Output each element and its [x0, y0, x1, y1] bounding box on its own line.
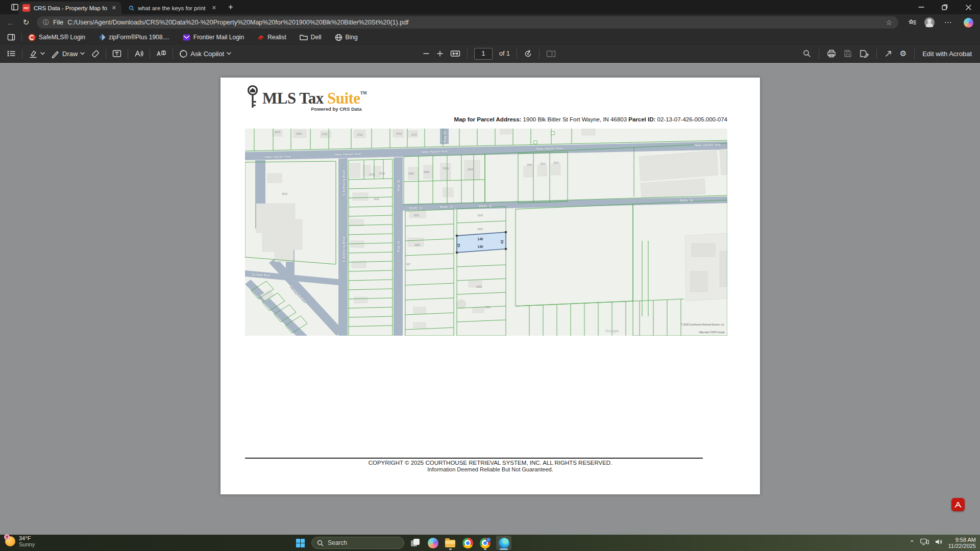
street-label: Bitler St [479, 204, 492, 208]
bookmark-folder-dell[interactable]: Dell [300, 34, 322, 41]
chevron-down-icon [227, 52, 231, 55]
page-view-icon[interactable] [546, 49, 556, 58]
settings-gear-icon[interactable]: ⚙ [900, 49, 906, 58]
add-text-icon[interactable] [112, 49, 121, 58]
copilot-icon[interactable] [962, 16, 975, 29]
close-tab-icon[interactable]: ✕ [211, 5, 217, 11]
page-number-input[interactable]: 1 [474, 48, 493, 60]
parcel-number-label: 2606 [424, 170, 429, 173]
notification-badge: 5 [4, 534, 10, 540]
pdf-viewer-canvas: MLS Tax SuiteTM Powered by CRS Data Map … [0, 63, 980, 535]
tray-chevron-up-icon[interactable]: ⌃ [910, 539, 915, 546]
bookmark-safemls[interactable]: SafeMLS® Login [28, 34, 85, 41]
edit-with-acrobat-button[interactable]: Edit with Acrobat [922, 50, 972, 58]
edge-button-active[interactable] [496, 536, 511, 550]
address-input[interactable]: ⓘ File C:/Users/Agent/Downloads/CRS%20Da… [37, 16, 898, 29]
sun-icon: 5 [5, 536, 15, 546]
back-icon[interactable]: ← [4, 16, 17, 29]
translate-icon[interactable] [156, 49, 166, 58]
map-marker [551, 132, 554, 135]
parcel-number-label: 2711 [357, 133, 363, 136]
parcel-dim-right: 42 [500, 240, 504, 244]
tray-volume-icon[interactable] [935, 538, 943, 547]
print-icon[interactable] [827, 49, 836, 58]
tray-device-icon[interactable] [920, 538, 929, 547]
street-label: New Haven Ave [536, 146, 562, 151]
acrobat-floating-button[interactable] [951, 498, 965, 511]
bookmark-bing[interactable]: Bing [335, 34, 358, 41]
street-label: S Anthony Blvd [342, 237, 346, 262]
restore-button[interactable] [933, 0, 957, 14]
search-icon [317, 540, 324, 546]
close-tab-icon[interactable]: ✕ [111, 5, 117, 11]
street-label: New Haven Ave [334, 152, 361, 156]
copilot-app-button[interactable] [427, 536, 439, 550]
start-button[interactable] [294, 536, 306, 550]
weather-widget[interactable]: 5 34°FSunny [5, 535, 35, 547]
chrome-button[interactable] [461, 536, 474, 550]
parcel-number-label: 2620 [296, 132, 302, 135]
save-icon[interactable] [844, 49, 852, 58]
taskbar-clock[interactable]: 9:58 AM 11/22/2025 [948, 537, 976, 549]
eraser-icon[interactable] [91, 49, 100, 58]
chrome-profile-button[interactable] [479, 536, 491, 550]
task-view-button[interactable] [409, 536, 422, 550]
logo-wordmark: MLS Tax SuiteTM [262, 85, 367, 107]
bookmarks-bar: SafeMLS® Login zipForm®Plus 1908.... Fro… [0, 31, 980, 44]
rotate-icon[interactable] [524, 49, 532, 58]
parcel-number-label: 927 [406, 263, 411, 266]
temperature: 34°F [19, 535, 35, 541]
parcel-number-label: 2906 [527, 163, 532, 166]
taskbar-search[interactable]: Search [311, 537, 404, 549]
refresh-icon[interactable]: ↻ [19, 16, 33, 29]
parcel-number-label: 2723 [396, 132, 402, 135]
footer-divider [245, 458, 703, 459]
tab-search-query[interactable]: what are the keys for print screen ✕ [125, 2, 222, 14]
street-label: Bitler St [680, 198, 693, 202]
ask-copilot-button[interactable]: Ask Copilot [179, 49, 231, 58]
bookmark-zipform[interactable]: zipForm®Plus 1908.... [99, 34, 169, 41]
highlighter-button[interactable] [29, 49, 45, 58]
parcel-number-label: 2010 [485, 306, 491, 309]
profile-avatar[interactable] [923, 16, 936, 29]
bookmark-frontier[interactable]: Frontier Mail Login [183, 34, 244, 41]
parcel-number-label: 1915 [413, 214, 419, 217]
new-tab-button[interactable]: + [224, 0, 238, 14]
time: 9:58 AM [948, 537, 976, 543]
zoom-out-icon[interactable] [423, 50, 430, 57]
favorites-list-icon[interactable] [905, 16, 919, 29]
close-window-button[interactable] [957, 0, 980, 14]
parcel-number-label: 1679 [275, 131, 280, 134]
fit-to-width-icon[interactable] [450, 49, 460, 58]
file-explorer-button[interactable] [444, 536, 456, 550]
read-aloud-icon[interactable] [134, 49, 143, 58]
info-icon[interactable]: ⓘ [43, 18, 49, 27]
zoom-in-icon[interactable] [436, 50, 444, 57]
minimize-button[interactable] [910, 0, 933, 14]
street-label: S Anthony Blvd [342, 170, 346, 196]
toc-icon[interactable] [7, 49, 16, 58]
search-icon [129, 5, 134, 12]
map-marker [534, 141, 537, 144]
draw-button[interactable]: Draw [51, 49, 85, 58]
chevron-down-icon [40, 52, 45, 55]
parcel-number-label: 2727 [411, 133, 417, 136]
map-attribution-1: © 2025 Courthouse Retrieval System, Inc. [681, 323, 725, 326]
page-count-label: of 1 [499, 50, 510, 57]
globe-icon [335, 34, 342, 41]
tab-crs-data[interactable]: PDF CRS Data - Property Map for 190 ✕ [18, 2, 121, 14]
expand-icon[interactable] [885, 50, 892, 58]
save-as-icon[interactable] [860, 49, 869, 58]
settings-more-icon[interactable]: ⋯ [941, 16, 954, 29]
bookmark-realist[interactable]: Realist [257, 34, 286, 41]
search-document-icon[interactable] [803, 49, 811, 58]
tab-title: CRS Data - Property Map for 190 [34, 5, 107, 11]
favorite-star-icon[interactable]: ☆ [886, 18, 892, 27]
sidebar-toggle-icon[interactable] [7, 33, 15, 41]
parcel-address-line: Map for Parcel Address: 1900 Blk Bitler … [454, 116, 727, 122]
map-attribution-2: Map data ©2025 Google [699, 331, 725, 334]
parcel-number-label: 1923 [414, 243, 420, 246]
parcel-number-label: 1900 [477, 228, 483, 231]
parcel-number-label: 2616 [443, 167, 449, 170]
search-placeholder: Search [328, 539, 347, 546]
